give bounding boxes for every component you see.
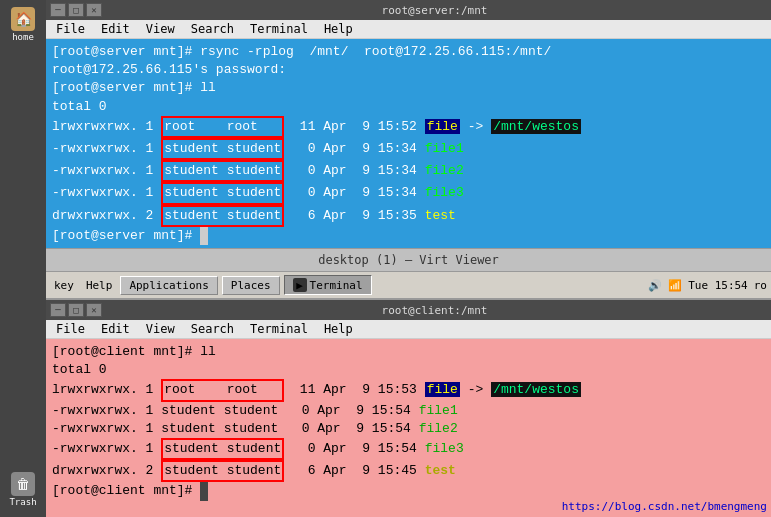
client-close-button[interactable]: ✕ xyxy=(86,303,102,317)
menu-edit[interactable]: Edit xyxy=(93,21,138,37)
taskbar-help[interactable]: Help xyxy=(82,278,117,293)
terminal-line: -rwxrwxrwx. 1 student student 0 Apr 9 15… xyxy=(52,182,765,204)
taskbar: key Help Applications Places ▶ Terminal … xyxy=(46,272,771,300)
watermark-url: https://blog.csdn.net/bmengmeng xyxy=(562,500,767,513)
client-menu-file[interactable]: File xyxy=(48,321,93,337)
terminal-line: [root@server mnt]# rsync -rplog /mnt/ ro… xyxy=(52,43,765,61)
client-terminal-line: -rwxrwxrwx. 1 student student 0 Apr 9 15… xyxy=(52,420,765,438)
client-menu-view[interactable]: View xyxy=(138,321,183,337)
desktop-label-text: desktop (1) – Virt Viewer xyxy=(318,253,499,267)
client-terminal-line: total 0 xyxy=(52,361,765,379)
terminal-line: total 0 xyxy=(52,98,765,116)
menu-terminal[interactable]: Terminal xyxy=(242,21,316,37)
client-terminal-line: -rwxrwxrwx. 1 student student 0 Apr 9 15… xyxy=(52,402,765,420)
client-menu-bar: File Edit View Search Terminal Help xyxy=(46,320,771,339)
desktop-label: desktop (1) – Virt Viewer xyxy=(46,248,771,272)
client-terminal-line: drwxrwxrwx. 2 student student 6 Apr 9 15… xyxy=(52,460,765,482)
sidebar-item-home[interactable]: 🏠 home xyxy=(3,4,43,44)
client-titlebar: ─ □ ✕ root@client:/mnt xyxy=(46,300,771,320)
client-window-controls: ─ □ ✕ xyxy=(50,303,102,317)
taskbar-extra: ro xyxy=(754,279,767,292)
terminal-line: -rwxrwxrwx. 1 student student 0 Apr 9 15… xyxy=(52,160,765,182)
sidebar-item-trash[interactable]: 🗑 Trash xyxy=(3,469,43,509)
home-icon: 🏠 xyxy=(11,7,35,31)
client-menu-edit[interactable]: Edit xyxy=(93,321,138,337)
client-terminal-window: ─ □ ✕ root@client:/mnt File Edit View Se… xyxy=(46,300,771,517)
taskbar-terminal-label: Terminal xyxy=(310,279,363,292)
taskbar-places[interactable]: Places xyxy=(222,276,280,295)
trash-icon: 🗑 xyxy=(11,472,35,496)
server-terminal-content: [root@server mnt]# rsync -rplog /mnt/ ro… xyxy=(46,39,771,248)
client-terminal-content: [root@client mnt]# ll total 0 lrwxrwxrwx… xyxy=(46,339,771,517)
menu-file[interactable]: File xyxy=(48,21,93,37)
client-terminal-line: lrwxrwxrwx. 1 root root 11 Apr 9 15:53 f… xyxy=(52,379,765,401)
server-window-title: root@server:/mnt xyxy=(102,4,767,17)
taskbar-applications[interactable]: Applications xyxy=(120,276,217,295)
menu-help[interactable]: Help xyxy=(316,21,361,37)
terminal-line: -rwxrwxrwx. 1 student student 0 Apr 9 15… xyxy=(52,138,765,160)
client-maximize-button[interactable]: □ xyxy=(68,303,84,317)
terminal-icon: ▶ xyxy=(293,278,307,292)
terminal-line: [root@server mnt]# ll xyxy=(52,79,765,97)
client-menu-search[interactable]: Search xyxy=(183,321,242,337)
menu-search[interactable]: Search xyxy=(183,21,242,37)
close-button[interactable]: ✕ xyxy=(86,3,102,17)
terminal-line: drwxrwxrwx. 2 student student 6 Apr 9 15… xyxy=(52,205,765,227)
taskbar-right: 🔊 📶 Tue 15:54 ro xyxy=(648,279,767,292)
home-label: home xyxy=(12,32,34,42)
client-terminal-line: -rwxrwxrwx. 1 student student 0 Apr 9 15… xyxy=(52,438,765,460)
sidebar: 🏠 home 🗑 Trash xyxy=(0,0,46,517)
client-terminal-line: [root@client mnt]# xyxy=(52,482,765,500)
trash-label: Trash xyxy=(9,497,36,507)
client-menu-terminal[interactable]: Terminal xyxy=(242,321,316,337)
network-icon: 📶 xyxy=(668,279,682,292)
client-menu-help[interactable]: Help xyxy=(316,321,361,337)
volume-icon: 🔊 xyxy=(648,279,662,292)
terminal-line: [root@server mnt]# xyxy=(52,227,765,245)
client-window-title: root@client:/mnt xyxy=(102,304,767,317)
server-titlebar: ─ □ ✕ root@server:/mnt xyxy=(46,0,771,20)
client-minimize-button[interactable]: ─ xyxy=(50,303,66,317)
clock: Tue 15:54 xyxy=(688,279,748,292)
terminal-line: root@172.25.66.115's password: xyxy=(52,61,765,79)
terminal-line: lrwxrwxrwx. 1 root root 11 Apr 9 15:52 f… xyxy=(52,116,765,138)
maximize-button[interactable]: □ xyxy=(68,3,84,17)
minimize-button[interactable]: ─ xyxy=(50,3,66,17)
taskbar-key[interactable]: key xyxy=(50,278,78,293)
window-controls: ─ □ ✕ xyxy=(50,3,102,17)
server-terminal-window: ─ □ ✕ root@server:/mnt File Edit View Se… xyxy=(46,0,771,248)
client-terminal-line: [root@client mnt]# ll xyxy=(52,343,765,361)
server-menu-bar: File Edit View Search Terminal Help xyxy=(46,20,771,39)
taskbar-terminal[interactable]: ▶ Terminal xyxy=(284,275,372,295)
menu-view[interactable]: View xyxy=(138,21,183,37)
